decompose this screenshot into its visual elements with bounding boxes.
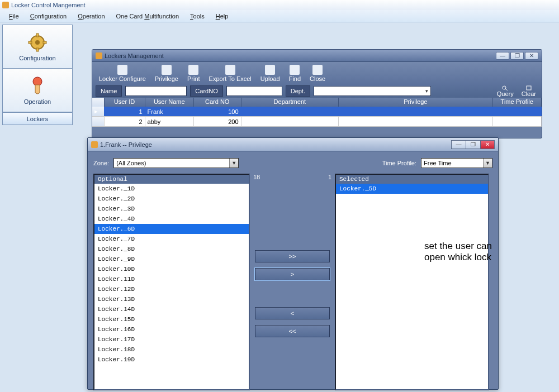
table-row[interactable]: 2abby200 <box>92 117 542 127</box>
optional-item[interactable]: Locker.11D <box>94 274 249 284</box>
optional-item[interactable]: Locker.16D <box>94 324 249 334</box>
menu-configuration[interactable]: Configuration <box>26 12 71 21</box>
menu-help[interactable]: Help <box>211 12 233 21</box>
query-button[interactable]: Query <box>495 85 516 97</box>
locker-configure-icon <box>117 65 127 75</box>
col-card-no[interactable]: Card NO <box>194 98 241 107</box>
sidebar: Configuration Operation Lockers <box>2 25 73 125</box>
sidebar-configuration[interactable]: Configuration <box>3 25 72 69</box>
move-right-button[interactable]: > <box>255 268 330 280</box>
optional-item[interactable]: Locker.13D <box>94 294 249 304</box>
selected-count: 1 <box>328 174 331 180</box>
privilege-dialog-titlebar: 1.Frank -- Privilege — ❐ ✕ <box>88 138 498 151</box>
selected-listbox[interactable]: Selected Locker._5D <box>335 174 489 390</box>
optional-item[interactable]: Locker.15D <box>94 314 249 324</box>
dept-label: Dept. <box>286 85 310 97</box>
cardno-input[interactable] <box>226 86 282 96</box>
toolbtn-print[interactable]: Print <box>183 64 205 83</box>
close-button[interactable]: ✕ <box>525 52 538 60</box>
menu-tools[interactable]: Tools <box>186 12 209 21</box>
optional-header: Optional <box>94 175 249 184</box>
menu-operation[interactable]: Operation <box>73 12 109 21</box>
annotation-text: set the user can open whick lock <box>424 241 498 263</box>
trash-icon <box>525 85 533 90</box>
optional-count: 18 <box>253 174 260 180</box>
optional-item[interactable]: Locker._6D <box>94 224 249 234</box>
print-icon <box>188 65 198 75</box>
privilege-icon <box>162 65 172 75</box>
col-time-profile[interactable]: Time Profile <box>493 98 542 107</box>
export-excel-icon <box>225 65 235 75</box>
optional-item[interactable]: Locker._2D <box>94 194 249 204</box>
optional-item[interactable]: Locker.10D <box>94 264 249 274</box>
optional-item[interactable]: Locker.12D <box>94 284 249 294</box>
col-department[interactable]: Department <box>241 98 339 107</box>
toolbtn-upload[interactable]: Upload <box>256 64 285 83</box>
menubar: File Configuration Operation One Card Mu… <box>0 10 559 22</box>
optional-item[interactable]: Locker.17D <box>94 334 249 345</box>
svg-rect-9 <box>527 86 531 90</box>
svg-rect-3 <box>36 48 39 51</box>
minimize-button[interactable]: — <box>496 52 509 60</box>
toolbar: Locker ConfigurePrivilegePrintExport To … <box>92 62 542 84</box>
toolbtn-find[interactable]: Find <box>285 64 305 83</box>
svg-rect-5 <box>43 41 46 44</box>
gear-icon <box>27 32 48 52</box>
toolbtn-export-excel[interactable]: Export To Excel <box>205 64 256 83</box>
sidebar-configuration-label: Configuration <box>19 55 55 61</box>
optional-item[interactable]: Locker.14D <box>94 304 249 314</box>
privilege-dialog-title: 1.Frank -- Privilege <box>100 141 152 148</box>
close-icon <box>312 65 323 75</box>
window-icon <box>96 52 102 59</box>
svg-point-1 <box>35 40 40 45</box>
sidebar-lockers-label: Lockers <box>27 116 49 122</box>
zone-combo[interactable]: (All Zones)▼ <box>113 158 239 168</box>
lockers-management-window: Lockers Management — ❐ ✕ Locker Configur… <box>92 49 542 138</box>
table-row[interactable]: ▸1Frank100 <box>92 107 542 117</box>
col-privilege[interactable]: Privilege <box>339 98 492 107</box>
toolbtn-close[interactable]: Close <box>305 64 330 83</box>
toolbtn-privilege[interactable]: Privilege <box>150 64 183 83</box>
dialog-maximize-button[interactable]: ❐ <box>466 140 480 149</box>
magnifier-icon <box>501 85 509 90</box>
sidebar-lockers[interactable]: Lockers <box>3 112 72 125</box>
maximize-button[interactable]: ❐ <box>510 52 524 60</box>
name-label: Name <box>96 85 122 97</box>
dialog-minimize-button[interactable]: — <box>451 140 466 149</box>
selected-header: Selected <box>336 175 488 184</box>
optional-listbox[interactable]: Optional Locker._1DLocker._2DLocker._3DL… <box>93 174 250 390</box>
optional-item[interactable]: Locker.19D <box>94 355 249 365</box>
menu-onecard[interactable]: One Card Multifunction <box>112 12 184 21</box>
dialog-icon <box>91 141 98 148</box>
menu-file[interactable]: File <box>4 12 23 21</box>
optional-item[interactable]: Locker._1D <box>94 184 249 194</box>
move-all-right-button[interactable]: >> <box>255 250 330 262</box>
selected-item[interactable]: Locker._5D <box>336 184 488 194</box>
optional-item[interactable]: Locker._3D <box>94 204 249 214</box>
optional-item[interactable]: Locker._4D <box>94 214 249 224</box>
sidebar-operation-label: Operation <box>24 98 51 105</box>
move-left-button[interactable]: < <box>255 307 330 319</box>
time-profile-combo[interactable]: Free Time▼ <box>421 158 492 168</box>
optional-item[interactable]: Locker._7D <box>94 234 249 244</box>
toolbtn-locker-configure[interactable]: Locker Configure <box>94 64 150 83</box>
col-user-name[interactable]: User Name <box>145 98 194 107</box>
dept-combo[interactable] <box>314 86 431 96</box>
grid-header: User ID User Name Card NO Department Pri… <box>92 98 542 107</box>
optional-item[interactable]: Locker.18D <box>94 345 249 355</box>
optional-item[interactable]: Locker._9D <box>94 254 249 264</box>
move-all-left-button[interactable]: << <box>255 325 330 337</box>
lockers-management-title: Lockers Management <box>105 52 164 59</box>
optional-item[interactable]: Locker._8D <box>94 244 249 254</box>
col-user-id[interactable]: User ID <box>105 98 145 107</box>
time-profile-label: Time Profile: <box>382 160 416 166</box>
svg-rect-4 <box>29 41 32 44</box>
clear-button[interactable]: Clear <box>519 85 538 97</box>
app-icon <box>2 2 9 8</box>
dialog-close-button[interactable]: ✕ <box>480 140 495 149</box>
privilege-dialog: 1.Frank -- Privilege — ❐ ✕ Zone: (All Zo… <box>87 137 499 390</box>
transfer-controls: 18 1 >> > < << <box>250 174 335 390</box>
name-input[interactable] <box>125 86 187 96</box>
sidebar-operation[interactable]: Operation <box>3 69 72 112</box>
hand-icon <box>27 76 48 96</box>
